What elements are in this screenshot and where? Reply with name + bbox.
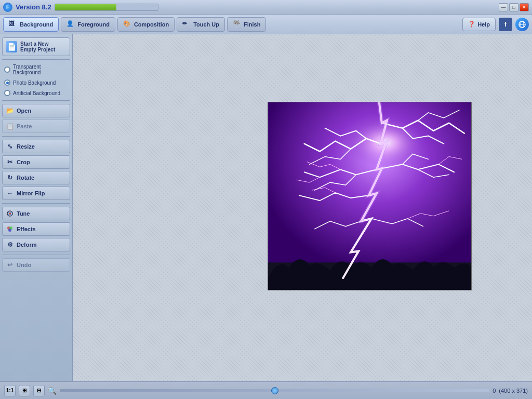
crop-icon: ✂ [6, 158, 14, 166]
tune-button[interactable]: Tune [2, 207, 70, 220]
resize-icon: ⤡ [6, 142, 14, 151]
main-layout: 📄 Start a New Empty Project Transparent … [0, 34, 532, 381]
deform-icon: ⚙ [6, 241, 14, 249]
tab-foreground[interactable]: 👤 Foreground [61, 17, 115, 32]
main-toolbar: 🖼 Background 👤 Foreground 🎨 Composition … [0, 15, 532, 34]
sidebar-divider-5 [2, 255, 70, 255]
help-icon: ❓ [468, 21, 475, 28]
svg-point-4 [9, 212, 11, 215]
sidebar-divider-2 [2, 100, 70, 101]
radio-transparent [4, 66, 10, 73]
canvas-inner [73, 34, 532, 381]
zoom-fit-icon: ⊞ [22, 388, 26, 393]
zoom-value: 0 [493, 388, 496, 394]
tab-touchup[interactable]: ✏ Touch Up [177, 17, 225, 32]
help-label: Help [477, 21, 490, 28]
zoom-slider-container [60, 389, 489, 392]
svg-point-7 [8, 229, 11, 232]
background-tab-icon: 🖼 [9, 20, 17, 29]
image-dimensions: (400 x 371) [499, 388, 528, 394]
canvas-image[interactable] [268, 102, 472, 290]
zoom-slider[interactable] [60, 389, 489, 392]
deform-button[interactable]: ⚙ Deform [2, 238, 70, 251]
window-controls: — □ ✕ [499, 3, 529, 11]
sidebar-divider-3 [2, 136, 70, 137]
bg-option-artificial[interactable]: Artificial Background [2, 89, 70, 97]
open-button[interactable]: 📂 Open [2, 104, 70, 117]
paste-icon: 📋 [6, 122, 14, 130]
canvas-area[interactable] [73, 34, 532, 381]
finish-tab-icon: 🏁 [233, 20, 241, 29]
progress-bar-fill [55, 4, 117, 10]
undo-icon: ↩ [6, 261, 14, 269]
sidebar-divider-1 [2, 59, 70, 60]
title-bar-left: F Version 8.2 [3, 3, 158, 12]
globe-icon [518, 21, 526, 28]
web-button[interactable] [515, 18, 529, 31]
facebook-button[interactable]: f [499, 18, 512, 31]
zoom-fit-button[interactable]: ⊞ [19, 385, 30, 396]
new-project-icon: 📄 [6, 41, 17, 52]
effects-button[interactable]: Effects [2, 222, 70, 236]
radio-photo [4, 79, 10, 86]
touchup-tab-icon: ✏ [182, 20, 191, 29]
toolbar-right: ❓ Help f [462, 18, 529, 31]
tab-background[interactable]: 🖼 Background [3, 17, 59, 32]
open-icon: 📂 [6, 107, 14, 115]
effects-icon [6, 225, 14, 233]
tab-composition[interactable]: 🎨 Composition [117, 17, 175, 32]
tab-finish[interactable]: 🏁 Finish [227, 17, 266, 32]
undo-button[interactable]: ↩ Undo [2, 258, 70, 272]
minimize-button[interactable]: — [499, 3, 508, 11]
zoom-grid-button[interactable]: ⊟ [33, 385, 45, 396]
sidebar: 📄 Start a New Empty Project Transparent … [0, 34, 73, 381]
foreground-tab-icon: 👤 [66, 20, 75, 29]
mirrorflip-icon: ↔ [6, 189, 14, 197]
app-logo-icon: F [3, 3, 12, 12]
title-bar: F Version 8.2 — □ ✕ [0, 0, 532, 15]
radio-artificial [4, 90, 10, 96]
app-title: Version 8.2 [16, 3, 51, 11]
resize-button[interactable]: ⤡ Resize [2, 140, 70, 153]
sidebar-divider-4 [2, 203, 70, 204]
maximize-button[interactable]: □ [509, 3, 518, 11]
new-project-button[interactable]: 📄 Start a New Empty Project [2, 37, 70, 56]
zoom-magnifier-icon: 🔍 [48, 387, 57, 395]
bg-option-photo[interactable]: Photo Background [2, 78, 70, 87]
background-tab-label: Background [20, 21, 53, 28]
progress-bar-container [55, 4, 158, 11]
rotate-button[interactable]: ↻ Rotate [2, 171, 70, 184]
status-bar: 1:1 ⊞ ⊟ 🔍 0 (400 x 371) [0, 381, 532, 399]
finish-tab-label: Finish [244, 21, 260, 28]
mirrorflip-button[interactable]: ↔ Mirror Flip [2, 187, 70, 200]
tune-icon [6, 209, 14, 218]
close-button[interactable]: ✕ [520, 3, 529, 11]
zoom-thumb [271, 387, 278, 394]
foreground-tab-label: Foreground [77, 21, 110, 28]
composition-tab-label: Composition [134, 21, 169, 28]
rotate-icon: ↻ [6, 174, 14, 182]
paste-button[interactable]: 📋 Paste [2, 119, 70, 133]
composition-tab-icon: 🎨 [123, 20, 131, 29]
bg-option-transparent[interactable]: Transparent Background [2, 63, 70, 76]
lightning-svg [268, 102, 471, 290]
new-project-label: Start a New Empty Project [20, 41, 55, 52]
touchup-tab-label: Touch Up [193, 21, 219, 28]
crop-button[interactable]: ✂ Crop [2, 155, 70, 169]
zoom-grid-icon: ⊟ [37, 388, 41, 393]
help-button[interactable]: ❓ Help [462, 18, 496, 31]
zoom-1to1-button[interactable]: 1:1 [4, 385, 16, 396]
